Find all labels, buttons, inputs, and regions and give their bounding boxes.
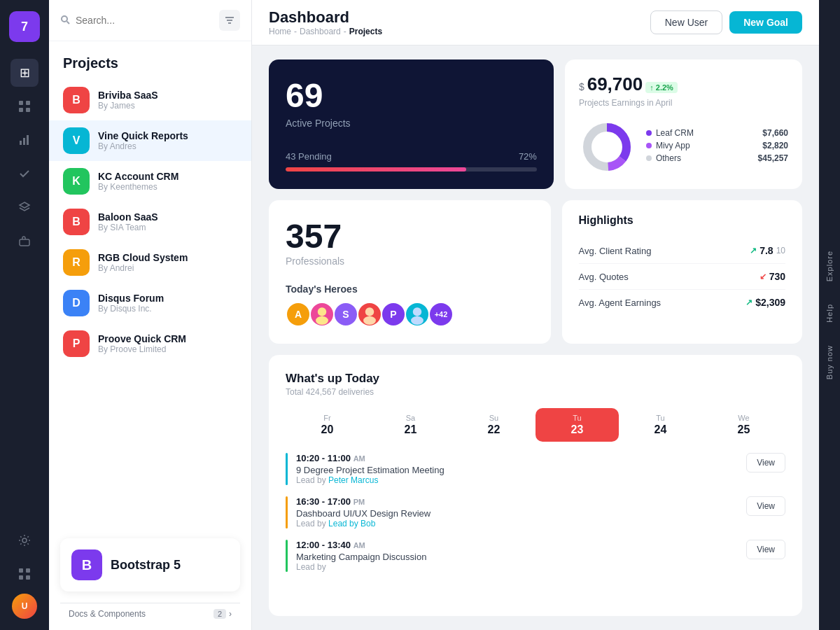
svg-rect-11 (26, 568, 30, 573)
donut-legend: Leaf CRM Mivy App Others (646, 128, 694, 166)
user-avatar[interactable]: U (12, 594, 37, 619)
earnings-card: $ 69,700 ↑ 2.2% Projects Earnings in Apr… (565, 59, 802, 189)
event-3-lead: Lead by (296, 562, 738, 572)
legend-item-others: Others (646, 153, 694, 163)
project-logo-rgb: R (63, 249, 90, 276)
svg-point-21 (365, 307, 374, 316)
svg-rect-10 (19, 568, 23, 573)
svg-point-20 (316, 316, 328, 325)
buy-now-button[interactable]: Buy now (821, 334, 838, 391)
search-icon (60, 15, 70, 27)
docs-link[interactable]: Docs & Components 2 › (60, 603, 240, 624)
event-3-body: 12:00 - 13:40 AM Marketing Campaign Disc… (296, 540, 738, 572)
pending-label: 43 Pending (286, 151, 332, 162)
search-input[interactable] (76, 15, 214, 26)
event-2-time: 16:30 - 17:00 PM (296, 496, 738, 507)
sidebar-icon-grid[interactable] (10, 92, 38, 120)
sidebar-icon-briefcase[interactable] (10, 227, 38, 255)
sidebar-icon-dashboard[interactable]: ⊞ (10, 59, 38, 87)
project-logo-briviba: B (63, 87, 90, 113)
sidebar-icon-chart[interactable] (10, 126, 38, 154)
event-3-view-button[interactable]: View (746, 540, 785, 559)
svg-rect-3 (26, 108, 30, 112)
sidebar-icon-check[interactable] (10, 160, 38, 188)
sidebar-icon-settings[interactable] (10, 526, 38, 554)
heroes-title: Today's Heroes (286, 284, 534, 295)
header-actions: New User New Goal (650, 10, 802, 34)
donut-chart (579, 119, 635, 175)
project-item-baloon[interactable]: B Baloon SaaS By SIA Team (49, 202, 251, 242)
active-projects-number: 69 (286, 76, 537, 115)
svg-rect-8 (20, 239, 29, 246)
progress-bar-fill (286, 167, 466, 172)
cal-day-23-today[interactable]: Tu 23 (536, 408, 619, 442)
event-1-name: 9 Degree Project Estimation Meeting (296, 465, 738, 475)
trend-down-icon: ↙ (760, 272, 766, 281)
help-button[interactable]: Help (821, 293, 838, 334)
heroes-section: Today's Heroes A S P (286, 284, 534, 327)
event-1-body: 10:20 - 11:00 AM 9 Degree Project Estima… (296, 453, 738, 485)
cal-day-22[interactable]: Su 22 (452, 408, 536, 442)
event-1-view-button[interactable]: View (746, 453, 785, 472)
hero-avatar-2 (309, 302, 335, 327)
svg-rect-0 (19, 101, 23, 105)
event-2-lead-link[interactable]: Lead by Bob (328, 519, 375, 528)
professionals-card: 357 Professionals Today's Heroes A S P (269, 200, 551, 344)
project-item-rgb[interactable]: R RGB Cloud System By Andrei (49, 242, 251, 283)
bootstrap-label: Bootstrap 5 (111, 558, 181, 573)
event-3-border (286, 540, 288, 572)
sidebar-icon-layers[interactable] (10, 193, 38, 221)
event-1-lead-link[interactable]: Peter Marcus (328, 475, 378, 485)
svg-rect-4 (20, 141, 22, 145)
hero-avatar-5: P (381, 302, 406, 327)
svg-rect-1 (26, 101, 30, 105)
right-panel: Explore Help Buy now (819, 0, 840, 630)
cal-day-25[interactable]: We 25 (702, 408, 785, 442)
highlight-val-quotes: ↙ 730 (760, 271, 785, 282)
project-logo-disqus: D (63, 290, 90, 316)
project-logo-kc: K (63, 168, 90, 195)
trend-up-icon-2: ↗ (746, 298, 752, 307)
page-title: Dashboard (269, 8, 382, 27)
event-1-border (286, 453, 288, 485)
event-2-border (286, 496, 288, 528)
earnings-values: $7,660 $2,820 $45,257 (758, 128, 788, 166)
project-item-kc[interactable]: K KC Account CRM By Keenthemes (49, 161, 251, 202)
explore-button[interactable]: Explore (821, 239, 838, 293)
cal-day-20[interactable]: Fr 20 (286, 408, 369, 442)
highlight-row-earnings: Avg. Agent Earnings ↗ $2,309 (579, 290, 785, 315)
bootstrap-card[interactable]: B Bootstrap 5 (60, 538, 240, 592)
calendar-row: Fr 20 Sa 21 Su 22 Tu 23 Tu 24 (286, 408, 785, 442)
sidebar-logo[interactable]: 7 (9, 11, 40, 42)
donut-section: Leaf CRM Mivy App Others $7,660 (579, 119, 788, 175)
svg-point-24 (411, 316, 424, 325)
cal-day-21[interactable]: Sa 21 (369, 408, 452, 442)
svg-rect-5 (23, 138, 25, 145)
hero-avatar-6 (405, 302, 430, 327)
new-goal-button[interactable]: New Goal (729, 11, 802, 34)
event-1-lead: Lead by Peter Marcus (296, 475, 738, 485)
project-item-vine[interactable]: V Vine Quick Reports By Andres (49, 120, 251, 161)
project-item-proove[interactable]: P Proove Quick CRM By Proove Limited (49, 323, 251, 364)
event-2-view-button[interactable]: View (746, 496, 785, 516)
sidebar-icon-grid2[interactable] (10, 560, 38, 588)
event-1-time: 10:20 - 11:00 AM (296, 453, 738, 463)
earnings-badge: ↑ 2.2% (645, 82, 678, 93)
hero-avatar-3: S (333, 302, 358, 327)
filter-button[interactable] (219, 10, 240, 31)
new-user-button[interactable]: New User (650, 10, 722, 34)
cal-day-24[interactable]: Tu 24 (619, 408, 702, 442)
active-projects-label: Active Projects (286, 118, 537, 129)
svg-point-14 (62, 16, 67, 22)
highlights-card: Highlights Avg. Client Rating ↗ 7.8 10 A… (562, 200, 802, 344)
sidebar: 7 ⊞ (0, 0, 49, 630)
project-item-briviba[interactable]: B Briviba SaaS By James (49, 80, 251, 120)
project-item-disqus[interactable]: D Disqus Forum By Disqus Inc. (49, 283, 251, 323)
earnings-number: 69,700 (587, 74, 643, 95)
legend-item-mivy: Mivy App (646, 141, 694, 150)
event-3-time: 12:00 - 13:40 AM (296, 540, 738, 550)
legend-item-leaf: Leaf CRM (646, 128, 694, 138)
dashboard-body: 69 Active Projects 43 Pending 72% $ 69,7… (252, 46, 819, 630)
event-2-name: Dashboard UI/UX Design Review (296, 508, 738, 519)
search-bar (49, 0, 251, 41)
